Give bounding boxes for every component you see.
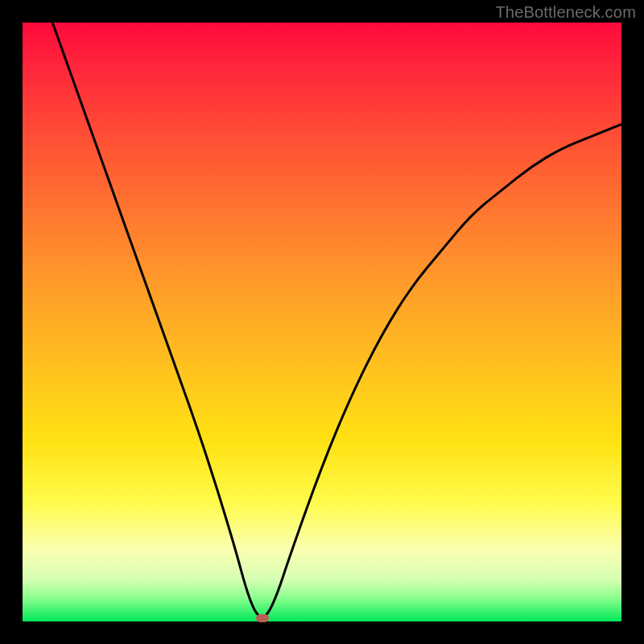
plot-area: [23, 23, 621, 621]
watermark-text: TheBottleneck.com: [495, 3, 636, 22]
minimum-dot: [256, 614, 269, 622]
chart-frame: TheBottleneck.com: [0, 0, 644, 644]
bottleneck-curve-path: [52, 23, 621, 617]
curve-svg: [23, 23, 621, 621]
